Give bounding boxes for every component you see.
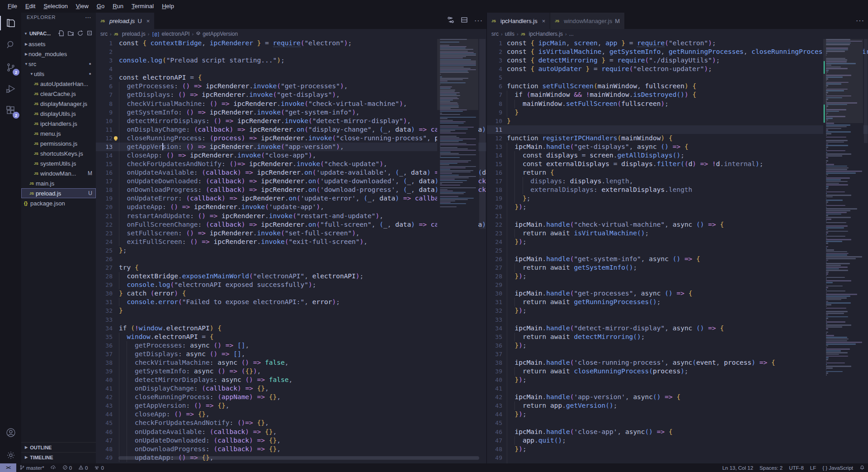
status-encoding[interactable]: UTF-8 [786, 463, 807, 472]
status-eol[interactable]: LF [807, 463, 819, 472]
search-icon[interactable] [0, 36, 21, 54]
code-line[interactable]: 48}); [487, 445, 868, 453]
code-line[interactable]: 44}); [487, 410, 868, 419]
breadcrumb-item[interactable]: JSipcHandlers.js [521, 31, 563, 37]
menu-item-edit[interactable]: Edit [21, 0, 39, 13]
code-line[interactable]: 18externalDisplays: externalDisplays.len… [487, 186, 868, 194]
code-line[interactable]: 23return await isVirtualMachine(); [487, 229, 868, 238]
code-line[interactable]: 43getAppVersion: () => {}, [96, 401, 486, 410]
tree-item-menu-js[interactable]: JSmenu.js [21, 129, 96, 138]
vertical-scrollbar[interactable] [863, 39, 868, 463]
status-warnings[interactable]: 0 [75, 463, 91, 472]
breadcrumb-item[interactable]: JSpreload.js [114, 31, 146, 37]
breadcrumb-item[interactable]: src [100, 31, 108, 37]
code-line[interactable]: 8checkVirtualMachine: () => ipcRenderer.… [96, 100, 486, 108]
code-line[interactable]: 23setFullscreen: () => ipcRenderer.invok… [96, 229, 486, 238]
tree-item-shortcutskeys-js[interactable]: JSshortcutsKeys.js [21, 148, 96, 158]
breadcrumb-item[interactable]: getAppVersion [196, 31, 238, 37]
minimap-slider[interactable] [437, 39, 478, 110]
code-line[interactable]: 26 [96, 255, 486, 263]
code-line[interactable]: 39return await closeRunningProcess(proce… [487, 367, 868, 376]
code-line[interactable]: 30ipcMain.handle("get-processes", async … [487, 289, 868, 298]
code-line[interactable]: 19}; [487, 194, 868, 203]
settings-gear-icon[interactable] [0, 446, 21, 464]
account-icon[interactable] [0, 424, 21, 442]
code-line[interactable]: 13getAppVersion: () => ipcRenderer.invok… [96, 143, 486, 151]
menu-item-file[interactable]: File [4, 0, 21, 13]
horizontal-scrollbar[interactable] [118, 456, 479, 460]
code-line[interactable]: 45 [487, 419, 868, 427]
code-line[interactable]: 40}); [487, 376, 868, 384]
breadcrumb-item[interactable]: [@]electronAPI [151, 31, 189, 37]
tree-item-ipchandlers-js[interactable]: JSipcHandlers.js [21, 119, 96, 129]
code-line[interactable]: 47onUpdateDownloaded: (callback) => {}, [96, 436, 486, 445]
tree-item-permissions-js[interactable]: JSpermissions.js [21, 138, 96, 148]
code-line[interactable]: 14closeApp: () => ipcRenderer.invoke("cl… [96, 151, 486, 160]
code-line[interactable]: 43return app.getVersion(); [487, 401, 868, 410]
close-icon[interactable]: × [146, 18, 150, 24]
code-line[interactable]: 24exitFullScreen: () => ipcRenderer.invo… [96, 238, 486, 246]
tree-item-utils[interactable]: ▼utils● [21, 69, 96, 79]
code-line[interactable]: 6function setFullScreen(mainWindow, full… [487, 82, 868, 91]
code-line[interactable]: 24}); [487, 238, 868, 246]
tree-item-package-json[interactable]: {}package.json [21, 198, 96, 208]
code-line[interactable]: 22onFullScreenChange: (callback) => ipcR… [96, 220, 486, 229]
extensions-icon[interactable]: 2 [0, 101, 21, 119]
tree-item-src[interactable]: ▼src● [21, 59, 96, 69]
code-line[interactable]: 36getProcesses: async () => [], [96, 341, 486, 350]
code-line[interactable]: 7getDisplays: () => ipcRenderer.invoke("… [96, 91, 486, 99]
code-line[interactable]: 13ipcMain.handle("get-displays", async (… [487, 143, 868, 151]
code-line[interactable]: 29 [487, 281, 868, 289]
code-line[interactable]: 14const displays = screen.getAllDisplays… [487, 151, 868, 160]
minimap[interactable] [823, 39, 863, 463]
code-line[interactable]: 48onDownloadProgress: (callback) => {}, [96, 445, 486, 453]
status-errors[interactable]: 0 [59, 463, 75, 472]
code-line[interactable]: 37getDisplays: async () => [], [96, 350, 486, 358]
minimap-slider[interactable] [823, 39, 863, 123]
code-line[interactable]: 22ipcMain.handle("check-virtual-machine"… [487, 220, 868, 229]
timeline-section[interactable]: ▶TIMELINE [21, 452, 96, 462]
code-line[interactable]: 15const externalDisplays = displays.filt… [487, 160, 868, 168]
new-file-icon[interactable] [58, 30, 65, 37]
code-line[interactable]: 3const { detectMirroring } = require("./… [487, 56, 868, 65]
code-line[interactable]: 26ipcMain.handle("get-system-info", asyn… [487, 255, 868, 263]
more-editor-action-icon[interactable]: ··· [474, 17, 483, 25]
code-line[interactable]: 47app.quit(); [487, 436, 868, 445]
menu-item-terminal[interactable]: Terminal [127, 0, 158, 13]
code-line[interactable]: 39getSystemInfo: async () => ({}), [96, 367, 486, 376]
code-line[interactable]: 8mainWindow.setFullScreen(fullscreen); [487, 100, 868, 108]
status-indentation[interactable]: Spaces: 2 [756, 463, 786, 472]
code-line[interactable]: 3console.log("Preload script starting...… [96, 56, 486, 65]
code-line[interactable]: 46onUpdateAvailable: (callback) => {}, [96, 428, 486, 436]
tree-item-assets[interactable]: ▶assets [21, 39, 96, 49]
menu-item-view[interactable]: View [72, 0, 93, 13]
minimap[interactable] [437, 39, 478, 463]
swap-editor-action-icon[interactable] [447, 16, 454, 25]
code-line[interactable]: 10} [487, 117, 868, 125]
code-line[interactable]: 27try { [96, 263, 486, 272]
code-line[interactable]: 36}); [487, 341, 868, 350]
tab-windowmanager-js[interactable]: JSwindowManager.jsM [550, 13, 625, 29]
workspace-section-header[interactable]: ▼ UNPAC... [21, 28, 96, 39]
menu-item-help[interactable]: Help [158, 0, 178, 13]
code-line[interactable]: 38checkVirtualMachine: async () => false… [96, 358, 486, 367]
code-line[interactable]: 31console.error("Failed to expose electr… [96, 298, 486, 306]
code-line[interactable]: 25 [487, 246, 868, 255]
run-debug-icon[interactable] [0, 80, 21, 98]
code-line[interactable]: 11 [487, 125, 868, 134]
code-line[interactable]: 45checkForUpdatesAndNotify: ()=> {}, [96, 419, 486, 427]
code-line[interactable]: 35return await detectMirroring(); [487, 333, 868, 341]
code-line[interactable]: 1const { ipcMain, screen, app } = requir… [487, 39, 868, 48]
code-line[interactable]: 20}); [487, 203, 868, 211]
breadcrumb-item[interactable]: ... [569, 31, 574, 37]
code-line[interactable]: 16return { [487, 168, 868, 177]
code-line[interactable]: 32} [96, 306, 486, 315]
explorer-icon[interactable] [0, 14, 21, 32]
code-line[interactable]: 35window.electronAPI = { [96, 333, 486, 341]
code-line[interactable]: 49 [487, 453, 868, 462]
tree-item-displaymanager-js[interactable]: JSdisplayManager.js [21, 99, 96, 109]
code-line[interactable]: 11onDisplayChange: (callback) => ipcRend… [96, 125, 486, 134]
tree-item-preload-js[interactable]: JSpreload.jsU [21, 188, 96, 198]
code-line[interactable]: 32}); [487, 306, 868, 315]
code-line[interactable]: 41onDisplayChange: (callback) => {}, [96, 384, 486, 393]
